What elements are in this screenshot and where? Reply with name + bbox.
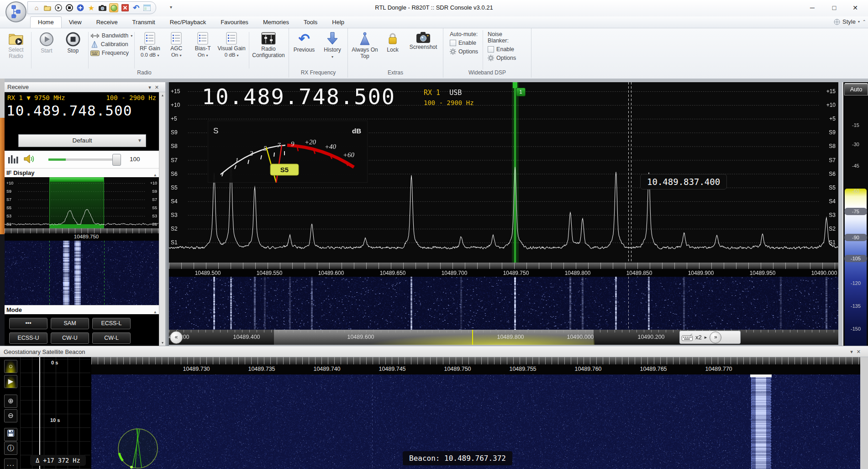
toolbar-overflow-icon[interactable]: ▾ xyxy=(170,5,172,10)
ribbon-group-rx-frequency: ↶ Previous History ▾ RX Frequency xyxy=(289,28,348,78)
tuned-frequency-readout[interactable]: 10.489.748.500 xyxy=(202,84,395,109)
rx-label: RX 1 xyxy=(7,94,23,101)
tab[interactable]: Transmit xyxy=(125,17,163,28)
play-icon[interactable] xyxy=(54,4,63,12)
previous-button[interactable]: ↶ Previous xyxy=(292,31,316,53)
zoom-level[interactable]: x2 xyxy=(695,334,702,341)
zoom-step-icon[interactable]: ▸ xyxy=(705,334,707,340)
frequency-navigation-bar[interactable]: 10489.20010489.40010489.60010489.8001049… xyxy=(169,330,838,345)
scroll-up-icon[interactable]: ▴ xyxy=(159,93,166,97)
auto-mute-options-button[interactable]: Options xyxy=(450,48,478,55)
rx-frequency-readout[interactable]: 10.489.748.500 xyxy=(6,102,157,119)
record-icon[interactable] xyxy=(109,3,118,12)
undo-icon[interactable]: ↶ xyxy=(132,4,140,12)
open-folder-icon[interactable] xyxy=(43,4,52,12)
nav-scroll-left-button[interactable]: « xyxy=(170,331,183,344)
noise-blanker-enable-checkbox[interactable]: Enable xyxy=(488,46,525,53)
noise-blanker-options-button[interactable]: Options xyxy=(488,55,525,61)
close-red-icon[interactable] xyxy=(121,4,129,12)
mode-button[interactable]: ••• xyxy=(9,318,47,329)
beacon-info-tool[interactable]: ⓘ xyxy=(4,442,17,455)
tab[interactable]: Help xyxy=(325,17,352,28)
scroll-down-icon[interactable]: ▾ xyxy=(159,341,166,345)
visual-gain-button[interactable]: Visual Gain 0 dB ▾ xyxy=(216,31,247,58)
add-icon[interactable] xyxy=(76,4,84,12)
if-waterfall[interactable] xyxy=(5,241,159,305)
tab[interactable]: Home xyxy=(30,16,62,28)
panel-splitter[interactable] xyxy=(165,82,169,346)
speaker-icon[interactable] xyxy=(24,154,36,164)
radio-configuration-button[interactable]: Radio Configuration xyxy=(251,31,286,59)
always-on-top-button[interactable]: Always On Top xyxy=(352,31,378,60)
stop-icon[interactable] xyxy=(65,4,74,12)
minimize-button[interactable]: ─ xyxy=(802,2,822,14)
tab[interactable]: Rec/Playback xyxy=(163,17,213,28)
home-icon[interactable]: ⌂ xyxy=(32,4,41,12)
s-scale-label: +5 xyxy=(171,115,185,123)
mode-button[interactable]: SAM xyxy=(51,318,89,329)
mode-buttons: •••SAMECSS-LECSS-UCW-UCW-L xyxy=(5,314,159,346)
beacon-more-tool[interactable]: ··· xyxy=(4,458,17,469)
equalizer-icon[interactable] xyxy=(8,154,18,163)
agc-button[interactable]: AGC On ▾ xyxy=(163,31,189,58)
beacon-time-graph[interactable] xyxy=(20,357,90,469)
bias-t-button[interactable]: Bias-T On ▾ xyxy=(189,31,216,58)
rf-gain-button[interactable]: RF Gain 0.0 dB ▾ xyxy=(137,31,163,58)
window-icon[interactable] xyxy=(143,4,151,12)
tab[interactable]: Memories xyxy=(256,17,296,28)
beacon-circle-tool[interactable]: ○ xyxy=(4,360,17,373)
beacon-zoom-out-tool[interactable]: ⊖ xyxy=(4,409,17,422)
main-waterfall[interactable] xyxy=(169,277,838,330)
rx-marker-badge[interactable]: 1 xyxy=(516,88,526,96)
beacon-zoom-in-tool[interactable]: ⊕ xyxy=(4,395,17,408)
beacon-save-tool[interactable] xyxy=(4,428,17,441)
screenshot-button[interactable]: Screenshot xyxy=(407,31,439,51)
select-radio-button[interactable]: Select Radio xyxy=(3,31,29,60)
passband-value: 100 - 2900 Hz xyxy=(106,94,156,101)
lock-button[interactable]: Lock xyxy=(384,31,402,53)
beacon-panel-header: Geostationary Satellite Beacon ▾✕ xyxy=(0,346,868,357)
mode-button[interactable]: ECSS-U xyxy=(9,332,47,344)
frequency-button[interactable]: Frequency xyxy=(90,50,132,56)
stop-button[interactable]: Stop xyxy=(60,31,86,54)
s-scale-label: +5 xyxy=(820,115,836,123)
favourite-icon[interactable]: ★ xyxy=(87,4,95,12)
converter-dropdown-icon[interactable]: ▼ xyxy=(26,94,30,101)
history-button[interactable]: History ▾ xyxy=(320,31,345,59)
panel-collapse-icon[interactable]: ▾ xyxy=(148,84,155,90)
tab[interactable]: Receive xyxy=(89,17,125,28)
tab[interactable]: Favourites xyxy=(213,17,256,28)
panel-collapse-icon[interactable]: ▾ xyxy=(850,349,857,354)
left-panel-scrollbar[interactable]: ▴ ▾ xyxy=(159,92,166,346)
if-spectrum[interactable] xyxy=(5,177,159,228)
calibration-button[interactable]: Calibration xyxy=(90,41,132,48)
always-on-top-icon xyxy=(359,32,371,46)
mode-button[interactable]: CW-U xyxy=(51,332,89,344)
profile-dropdown[interactable]: Default▼ xyxy=(18,134,146,147)
app-logo-icon[interactable] xyxy=(5,1,26,22)
svg-text:9: 9 xyxy=(291,140,295,148)
checkbox-icon[interactable] xyxy=(488,46,494,53)
ribbon-collapse-icon[interactable]: ⌃ xyxy=(863,19,866,24)
volume-slider-handle[interactable] xyxy=(112,154,121,166)
style-menu[interactable]: Style▾ xyxy=(834,18,860,25)
converter-value[interactable]: 9750 MHz xyxy=(34,94,65,101)
auto-mute-enable-checkbox[interactable]: Enable xyxy=(450,40,478,46)
tab[interactable]: Tools xyxy=(296,17,325,28)
mode-button[interactable]: CW-L xyxy=(92,332,131,344)
start-button[interactable]: Start xyxy=(33,31,60,54)
keyboard-entry-icon[interactable] xyxy=(682,334,693,341)
beacon-right-scrollbar[interactable] xyxy=(860,357,868,469)
checkbox-icon[interactable] xyxy=(450,40,456,46)
mode-button[interactable]: ECSS-L xyxy=(92,318,131,329)
close-button[interactable]: ✕ xyxy=(845,2,865,14)
panel-close-icon[interactable]: ✕ xyxy=(155,84,163,90)
tab[interactable]: View xyxy=(62,17,89,28)
nav-scroll-right-button[interactable]: » xyxy=(710,332,721,343)
panel-close-icon[interactable]: ✕ xyxy=(857,349,864,354)
maximize-button[interactable]: □ xyxy=(824,2,844,14)
beacon-play-tool[interactable]: ▶ xyxy=(4,375,17,388)
legend-auto-button[interactable]: Auto xyxy=(844,83,868,95)
camera-icon[interactable] xyxy=(98,4,106,12)
bandwidth-button[interactable]: Bandwidth▾ xyxy=(90,32,132,39)
